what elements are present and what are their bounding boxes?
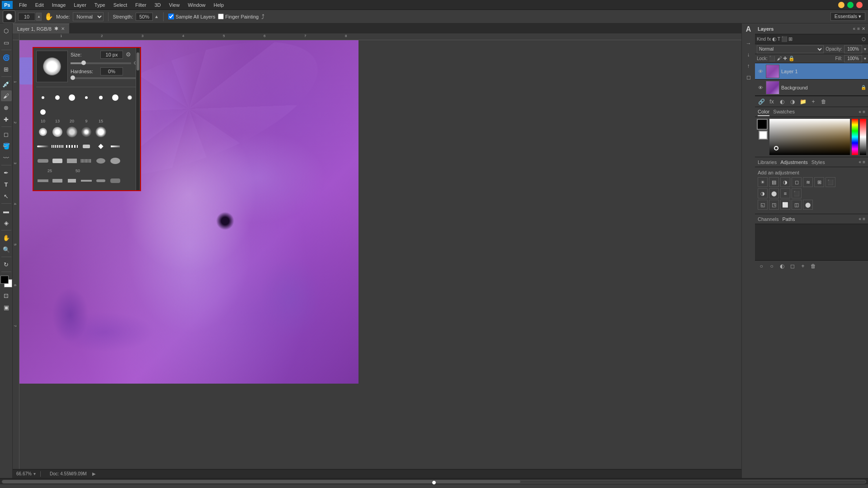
blend-mode-select[interactable]: Normal <box>757 45 824 53</box>
brush-preset-3[interactable] <box>65 91 79 104</box>
strength-input[interactable] <box>136 13 153 21</box>
layer-item-background[interactable]: 👁 Background 🔒 <box>755 80 868 96</box>
adj-vibrance-icon[interactable]: ≋ <box>803 177 813 187</box>
finger-painting-check[interactable] <box>218 14 224 19</box>
smudge-extra-icon[interactable]: ⤴ <box>261 13 264 20</box>
adj-threshold-icon[interactable]: ⬜ <box>780 200 790 210</box>
tool-eyedropper[interactable]: 💉 <box>1 79 12 89</box>
menu-image[interactable]: Image <box>48 1 70 9</box>
tool-heal[interactable]: ✚ <box>1 114 12 125</box>
menu-filter[interactable]: Filter <box>132 1 150 9</box>
tool-3d[interactable]: ◈ <box>1 217 12 228</box>
lb-mask-icon[interactable]: ◐ <box>778 97 787 106</box>
tool-shape[interactable]: ▬ <box>1 206 12 216</box>
brush-popup-scrollbar[interactable] <box>136 48 139 190</box>
brush-soft-3[interactable] <box>65 125 79 139</box>
layers-collapse-icon[interactable]: « <box>853 26 856 31</box>
brush-extra-2[interactable] <box>51 154 64 168</box>
filter-icon-type[interactable]: T <box>778 36 781 42</box>
brush-special-4[interactable] <box>80 140 93 153</box>
brush-extra-4[interactable] <box>80 154 93 168</box>
lb-delete-icon[interactable]: 🗑 <box>819 97 828 106</box>
menu-type[interactable]: Type <box>91 1 109 9</box>
color-fg-swatch[interactable] <box>757 119 768 130</box>
tool-smudge[interactable]: 〰 <box>1 152 12 163</box>
tool-clone[interactable]: ⊗ <box>1 102 12 113</box>
lb-link-icon[interactable]: 🔗 <box>757 97 766 106</box>
layers-menu-icon[interactable]: ≡ <box>857 26 860 31</box>
status-arrow[interactable]: ▶ <box>92 471 96 476</box>
brush-preset-8[interactable] <box>36 105 50 119</box>
adj-colorbal-icon[interactable]: ⬛ <box>826 177 835 187</box>
tool-type[interactable]: T <box>1 179 12 190</box>
brush-final-2[interactable] <box>51 174 64 188</box>
brush-soft-2[interactable] <box>51 125 64 139</box>
lb-fx-icon[interactable]: fx <box>767 97 776 106</box>
side-icon-2[interactable]: ↓ <box>744 50 754 60</box>
ch-tab-channels[interactable]: Channels <box>758 216 778 222</box>
brush-size-input[interactable] <box>18 13 35 21</box>
adj-bw-icon[interactable]: ◑ <box>758 188 768 198</box>
ch-new-icon[interactable]: + <box>798 262 807 271</box>
layer-item-layer1[interactable]: 👁 Layer 1 <box>755 63 868 80</box>
brush-preset-2[interactable] <box>51 91 64 104</box>
color-spectrum-bar[interactable] <box>852 119 858 155</box>
brush-soft-4[interactable] <box>80 125 93 139</box>
brush-final-5[interactable] <box>94 174 108 188</box>
layer-vis-background[interactable]: 👁 <box>757 84 764 91</box>
brush-preset-1[interactable] <box>36 91 50 104</box>
bp-hardness-slider[interactable] <box>71 77 137 79</box>
brush-special-5[interactable] <box>94 140 108 153</box>
ch-brush-icon[interactable]: ○ <box>767 262 776 271</box>
brush-special-2[interactable] <box>51 140 64 153</box>
color-tab-color[interactable]: Color <box>758 108 769 116</box>
lock-move-icon[interactable]: ✚ <box>783 56 787 61</box>
adj-colorlookup-icon[interactable]: ⬛ <box>792 188 802 198</box>
brush-extra-6[interactable] <box>108 154 122 168</box>
brush-final-4[interactable] <box>80 174 93 188</box>
fill-input[interactable] <box>844 55 862 62</box>
adj-panel-collapse[interactable]: « <box>859 160 862 164</box>
menu-help[interactable]: Help <box>210 1 228 9</box>
menu-window[interactable]: Window <box>184 1 209 9</box>
bp-gear-icon[interactable]: ⚙ <box>126 51 133 58</box>
brush-extra-5[interactable] <box>94 154 108 168</box>
tool-screen-mode[interactable]: ▣ <box>1 302 12 313</box>
ch-shape-icon[interactable]: ◻ <box>788 262 797 271</box>
bp-size-input[interactable] <box>100 51 123 59</box>
tool-selection[interactable]: ▭ <box>1 37 12 48</box>
doc-tab-close[interactable]: ✕ <box>61 26 65 31</box>
color-extra-spectrum[interactable] <box>860 119 866 155</box>
menu-3d[interactable]: 3D <box>151 1 165 9</box>
ch-mask-icon[interactable]: ◐ <box>778 262 787 271</box>
minimize-btn[interactable] <box>838 2 844 8</box>
opacity-input[interactable] <box>844 45 862 53</box>
ch-path-sel-icon[interactable]: ○ <box>757 262 766 271</box>
h-scrollbar-thumb[interactable] <box>2 480 520 483</box>
bp-hardness-input[interactable] <box>100 67 123 75</box>
adj-photofil-icon[interactable]: ⬤ <box>769 188 779 198</box>
tool-brush[interactable]: 🖌 <box>1 90 12 101</box>
lb-new-icon[interactable]: + <box>809 97 818 106</box>
adj-posterize-icon[interactable]: ◳ <box>769 200 779 210</box>
tool-pen[interactable]: ✒ <box>1 167 12 178</box>
menu-select[interactable]: Select <box>110 1 131 9</box>
brush-soft-5[interactable] <box>94 125 108 139</box>
brush-preset-7[interactable] <box>123 91 137 104</box>
brush-preset-4[interactable] <box>80 91 93 104</box>
adj-panel-menu[interactable]: ≡ <box>863 160 865 164</box>
maximize-btn[interactable] <box>847 2 854 8</box>
workspace-label[interactable]: Essentials ▾ <box>830 12 865 21</box>
opacity-arrow[interactable]: ▾ <box>864 47 866 52</box>
color-picker-gradient[interactable] <box>769 119 850 155</box>
brush-popup-scrollbar-thumb[interactable] <box>137 52 139 70</box>
fill-arrow[interactable]: ▾ <box>864 56 866 61</box>
tool-path-selection[interactable]: ↖ <box>1 191 12 202</box>
brush-preset-6[interactable] <box>108 91 122 104</box>
brush-extra-1[interactable] <box>36 154 50 168</box>
filter-icon-smart[interactable]: ⊞ <box>788 36 793 42</box>
menu-layer[interactable]: Layer <box>70 1 90 9</box>
adj-brightness-icon[interactable]: ☀ <box>758 177 768 187</box>
lb-adj-icon[interactable]: ◑ <box>788 97 797 106</box>
close-btn[interactable] <box>856 2 863 8</box>
